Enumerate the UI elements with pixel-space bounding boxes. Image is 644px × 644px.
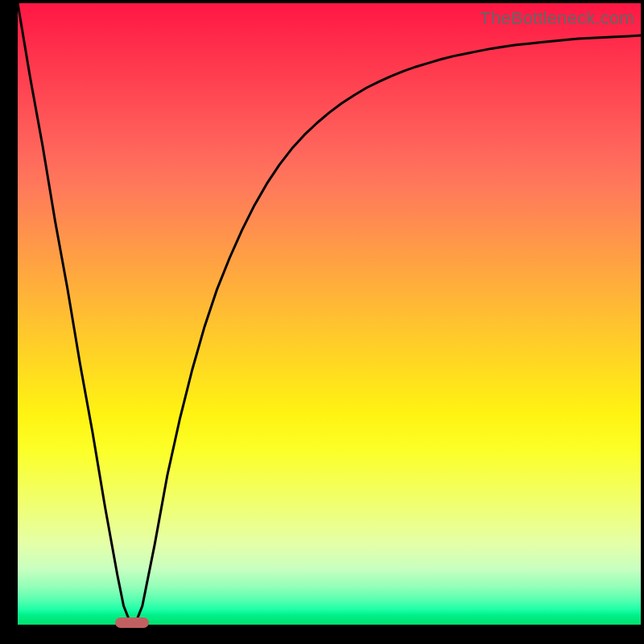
chart-frame: TheBottleneck.com	[18, 3, 641, 625]
bottleneck-curve	[18, 3, 641, 625]
minimum-marker	[115, 617, 149, 628]
